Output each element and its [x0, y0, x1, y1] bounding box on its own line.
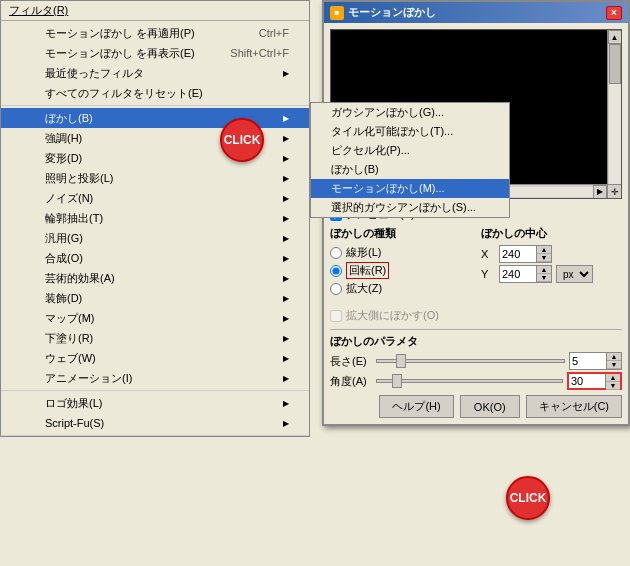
submenu-motion[interactable]: モーションぼかし(M)... — [311, 179, 509, 198]
angle-thumb[interactable] — [392, 374, 402, 388]
length-slider[interactable] — [376, 359, 565, 363]
blur-label: ぼかし(B) — [331, 162, 379, 177]
radio-zoom-label[interactable]: 拡大(Z) — [346, 281, 382, 296]
length-arrows: ▲ ▼ — [606, 353, 621, 369]
motion-params-title: ぼかしのパラメタ — [324, 332, 628, 351]
menu-item-edge[interactable]: 輪郭抽出(T) ▶ — [1, 208, 309, 228]
meido-label: 照明と投影(L) — [45, 171, 113, 186]
length-input[interactable] — [570, 353, 606, 369]
menu-item-recent[interactable]: 最近使ったフィルタ ▶ — [1, 63, 309, 83]
click-label-1: CLICK — [224, 133, 261, 147]
menu-item-reset[interactable]: すべてのフィルタをリセット(E) — [1, 83, 309, 103]
canvas-corner: ✛ — [607, 184, 621, 198]
submenu-blur[interactable]: ぼかし(B) — [311, 160, 509, 179]
scroll-up-btn[interactable]: ▲ — [608, 30, 622, 44]
center-x-down[interactable]: ▼ — [537, 254, 551, 262]
menu-top-section: モーションぼかし を再適用(P) Ctrl+F モーションぼかし を再表示(E)… — [1, 21, 309, 106]
length-thumb[interactable] — [396, 354, 406, 368]
menu-item-map[interactable]: マップ(M) ▶ — [1, 308, 309, 328]
angle-input[interactable] — [569, 374, 605, 388]
noise-label: ノイズ(N) — [45, 191, 93, 206]
bokashi-icon — [25, 110, 41, 126]
hanyo-label: 汎用(G) — [45, 231, 83, 246]
menu-item-noise[interactable]: ノイズ(N) ▶ — [1, 188, 309, 208]
menu-item-reapply[interactable]: モーションぼかし を再適用(P) Ctrl+F — [1, 23, 309, 43]
reshow-shortcut: Shift+Ctrl+F — [210, 47, 289, 59]
menu-item-meido[interactable]: 照明と投影(L) ▶ — [1, 168, 309, 188]
scroll-track-v[interactable] — [609, 44, 621, 184]
length-down[interactable]: ▼ — [607, 361, 621, 369]
center-y-up[interactable]: ▲ — [537, 266, 551, 274]
bokashi-label: ぼかし(B) — [45, 111, 93, 126]
chousei-arrow: ▶ — [283, 134, 289, 143]
submenu-gaussian[interactable]: ガウシアンぼかし(G)... — [311, 103, 509, 122]
submenu-tileable[interactable]: タイル化可能ぼかし(T)... — [311, 122, 509, 141]
hanyo-icon — [25, 230, 41, 246]
menu-item-kazari[interactable]: 装飾(D) ▶ — [1, 288, 309, 308]
menu-item-logo[interactable]: ロゴ効果(L) ▶ — [1, 393, 309, 413]
center-y-label: Y — [481, 268, 495, 280]
radio-zoom[interactable] — [330, 283, 342, 295]
unit-select[interactable]: px — [556, 265, 593, 283]
angle-down[interactable]: ▼ — [606, 382, 620, 390]
animation-icon — [25, 370, 41, 386]
center-y-down[interactable]: ▼ — [537, 274, 551, 282]
angle-spinbox[interactable]: ▲ ▼ — [567, 372, 622, 390]
shitanuri-arrow: ▶ — [283, 334, 289, 343]
menu-item-animation[interactable]: アニメーション(I) ▶ — [1, 368, 309, 388]
center-y-input[interactable] — [500, 266, 536, 282]
center-x-input[interactable] — [500, 246, 536, 262]
length-row: 長さ(E) ▲ ▼ — [324, 351, 628, 371]
radio-rotation-label[interactable]: 回転(R) — [346, 262, 389, 279]
motion-label: モーションぼかし(M)... — [331, 181, 445, 196]
radio-linear[interactable] — [330, 247, 342, 259]
dialog-title: モーションぼかし — [348, 5, 436, 20]
menu-item-hanyo[interactable]: 汎用(G) ▶ — [1, 228, 309, 248]
submenu-selective[interactable]: 選択的ガウシアンぼかし(S)... — [311, 198, 509, 217]
menu-item-henkei[interactable]: 変形(D) ▶ — [1, 148, 309, 168]
vertical-scrollbar[interactable]: ▲ ▼ — [607, 30, 621, 198]
angle-slider[interactable] — [376, 379, 563, 383]
chousei-label: 強調(H) — [45, 131, 82, 146]
animation-label: アニメーション(I) — [45, 371, 132, 386]
cancel-button[interactable]: キャンセル(C) — [526, 395, 622, 418]
shitanuri-icon — [25, 330, 41, 346]
length-spinbox[interactable]: ▲ ▼ — [569, 352, 622, 370]
noise-icon — [25, 190, 41, 206]
click-indicator-1: CLICK — [220, 118, 264, 162]
radio-zoom-row: 拡大(Z) — [330, 281, 471, 296]
menu-item-bokashi[interactable]: ぼかし(B) ▶ — [1, 108, 309, 128]
menu-item-geijutsu[interactable]: 芸術的効果(A) ▶ — [1, 268, 309, 288]
menu-item-shitanuri[interactable]: 下塗り(R) ▶ — [1, 328, 309, 348]
scroll-right-btn[interactable]: ▶ — [593, 185, 607, 199]
selective-label: 選択的ガウシアンぼかし(S)... — [331, 200, 476, 215]
angle-row: 角度(A) ▲ ▼ — [324, 371, 628, 391]
center-x-spinbox[interactable]: ▲ ▼ — [499, 245, 552, 263]
help-button[interactable]: ヘルプ(H) — [379, 395, 453, 418]
center-y-spinbox[interactable]: ▲ ▼ — [499, 265, 552, 283]
submenu-pixel[interactable]: ピクセル化(P)... — [311, 141, 509, 160]
ok-button[interactable]: OK(O) — [460, 395, 520, 418]
tileable-label: タイル化可能ぼかし(T)... — [331, 124, 453, 139]
angle-arrows: ▲ ▼ — [605, 374, 620, 388]
length-up[interactable]: ▲ — [607, 353, 621, 361]
close-button[interactable]: × — [606, 6, 622, 20]
geijutsu-arrow: ▶ — [283, 274, 289, 283]
edge-icon — [25, 210, 41, 226]
menu-item-reshow[interactable]: モーションぼかし を再表示(E) Shift+Ctrl+F — [1, 43, 309, 63]
shitanuri-label: 下塗り(R) — [45, 331, 93, 346]
center-x-up[interactable]: ▲ — [537, 246, 551, 254]
radio-linear-label[interactable]: 線形(L) — [346, 245, 381, 260]
expand-checkbox[interactable] — [330, 310, 342, 322]
script-arrow: ▶ — [283, 419, 289, 428]
radio-rotation[interactable] — [330, 265, 342, 277]
reset-label: すべてのフィルタをリセット(E) — [45, 86, 203, 101]
menu-bar-title[interactable]: フィルタ(R) — [1, 1, 309, 21]
menu-item-web[interactable]: ウェブ(W) ▶ — [1, 348, 309, 368]
angle-up[interactable]: ▲ — [606, 374, 620, 382]
menu-item-script[interactable]: Script-Fu(S) ▶ — [1, 413, 309, 433]
scroll-thumb-v[interactable] — [609, 44, 621, 84]
pixel-label: ピクセル化(P)... — [331, 143, 410, 158]
gousei-icon — [25, 250, 41, 266]
menu-item-gousei[interactable]: 合成(O) ▶ — [1, 248, 309, 268]
